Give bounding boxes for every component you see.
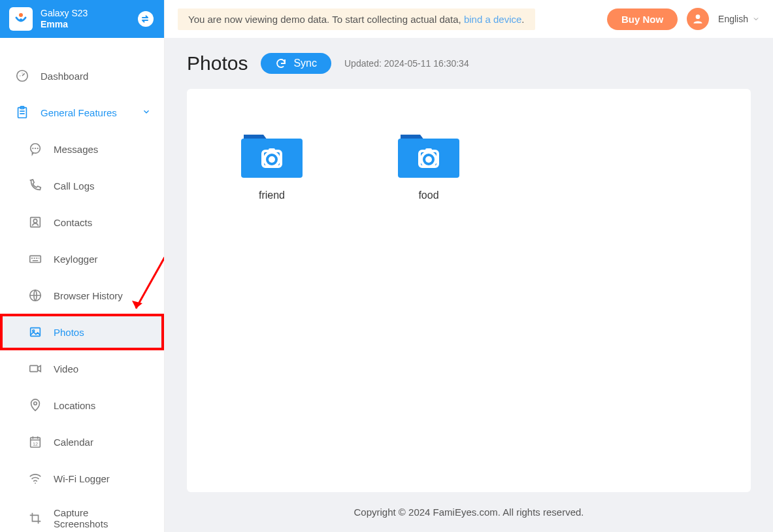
svg-rect-11 <box>31 328 41 337</box>
crop-icon <box>27 510 43 526</box>
sidebar-item-label: General Features <box>41 107 117 118</box>
sidebar: Galaxy S23 Emma Dashboard <box>0 0 165 532</box>
svg-point-8 <box>33 219 37 223</box>
phone-icon <box>27 178 43 193</box>
sidebar-nav: Dashboard General Features <box>0 38 164 532</box>
sync-icon <box>275 58 287 69</box>
sidebar-item-label: Capture Screenshots <box>54 507 125 529</box>
sidebar-item-label: Locations <box>54 400 95 411</box>
svg-point-16 <box>34 402 37 405</box>
folder-label: food <box>389 190 468 201</box>
sync-button[interactable]: Sync <box>261 53 331 74</box>
dashboard-icon <box>14 68 30 84</box>
folder-icon <box>398 128 459 178</box>
svg-rect-9 <box>30 256 41 262</box>
sidebar-item-dashboard[interactable]: Dashboard <box>0 58 164 94</box>
sidebar-item-label: Photos <box>54 327 84 338</box>
svg-point-19 <box>35 482 36 484</box>
sidebar-item-wifi-logger[interactable]: Wi-Fi Logger <box>0 460 164 497</box>
video-icon <box>27 361 43 376</box>
svg-text:12: 12 <box>33 441 38 447</box>
sidebar-section-general[interactable]: General Features <box>0 94 164 131</box>
language-selector[interactable]: English <box>718 14 760 24</box>
chevron-down-icon <box>752 15 760 23</box>
svg-rect-15 <box>30 365 38 371</box>
sidebar-item-contacts[interactable]: Contacts <box>0 204 164 241</box>
sidebar-item-label: Wi-Fi Logger <box>54 473 110 484</box>
page-header: Photos Sync Updated: 2024-05-11 16:30:34 <box>187 52 751 75</box>
sidebar-item-label: Dashboard <box>41 71 88 82</box>
svg-rect-24 <box>269 148 275 152</box>
svg-point-20 <box>696 14 700 19</box>
sidebar-item-locations[interactable]: Locations <box>0 387 164 424</box>
contacts-icon <box>27 214 43 230</box>
svg-point-30 <box>425 156 432 163</box>
wifi-icon <box>27 471 43 486</box>
demo-banner: You are now viewing demo data. To start … <box>178 8 535 30</box>
sidebar-item-call-logs[interactable]: Call Logs <box>0 167 164 204</box>
svg-point-0 <box>19 13 23 17</box>
globe-icon <box>27 288 43 303</box>
bind-device-link[interactable]: bind a device <box>464 14 521 25</box>
location-icon <box>27 397 43 413</box>
clipboard-icon <box>14 105 30 120</box>
sidebar-item-keylogger[interactable]: Keylogger <box>0 241 164 277</box>
folder-icon <box>241 128 303 178</box>
sidebar-item-browser-history[interactable]: Browser History <box>0 277 164 314</box>
chevron-down-icon <box>142 107 151 118</box>
device-name: Galaxy S23 <box>41 8 129 19</box>
updated-timestamp: Updated: 2024-05-11 16:30:34 <box>344 58 469 69</box>
swap-device-icon[interactable] <box>137 10 155 28</box>
sidebar-item-photos[interactable]: Photos <box>0 314 164 350</box>
banner-prefix: You are now viewing demo data. To start … <box>188 14 464 25</box>
keyboard-icon <box>27 251 43 267</box>
language-label: English <box>718 14 748 24</box>
page-title: Photos <box>187 52 248 75</box>
sidebar-item-label: Video <box>54 363 78 374</box>
sidebar-item-capture-screenshots[interactable]: Capture Screenshots <box>0 497 164 532</box>
content: Photos Sync Updated: 2024-05-11 16:30:34 <box>165 38 773 532</box>
sync-label: Sync <box>293 58 317 69</box>
svg-point-1 <box>20 18 22 21</box>
folder-panel: friend food <box>187 89 751 492</box>
message-icon <box>27 141 43 157</box>
sidebar-item-calendar[interactable]: 12 Calendar <box>0 424 164 460</box>
sidebar-item-label: Browser History <box>54 290 123 301</box>
sidebar-item-label: Messages <box>54 144 98 155</box>
sidebar-item-label: Call Logs <box>54 180 95 191</box>
calendar-icon: 12 <box>27 434 43 450</box>
device-info: Galaxy S23 Emma <box>41 8 129 30</box>
svg-rect-29 <box>425 148 432 152</box>
folder-friend[interactable]: friend <box>233 128 311 453</box>
topbar: You are now viewing demo data. To start … <box>165 0 773 38</box>
folder-label: friend <box>233 190 311 201</box>
sidebar-item-messages[interactable]: Messages <box>0 131 164 167</box>
user-name: Emma <box>41 19 129 30</box>
sidebar-header: Galaxy S23 Emma <box>0 0 164 38</box>
image-icon <box>27 324 43 340</box>
sidebar-item-video[interactable]: Video <box>0 350 164 387</box>
avatar[interactable] <box>687 8 709 30</box>
footer: Copyright © 2024 FamiEyes.com. All right… <box>187 492 751 532</box>
main: You are now viewing demo data. To start … <box>165 0 773 532</box>
buy-now-button[interactable]: Buy Now <box>607 8 678 30</box>
sidebar-item-label: Contacts <box>54 217 92 228</box>
folder-food[interactable]: food <box>389 128 468 453</box>
sidebar-item-label: Keylogger <box>54 254 98 265</box>
svg-point-25 <box>269 156 275 163</box>
brand-icon <box>9 7 33 31</box>
sidebar-item-label: Calendar <box>54 437 93 448</box>
svg-point-2 <box>138 11 154 27</box>
banner-suffix: . <box>521 14 524 25</box>
